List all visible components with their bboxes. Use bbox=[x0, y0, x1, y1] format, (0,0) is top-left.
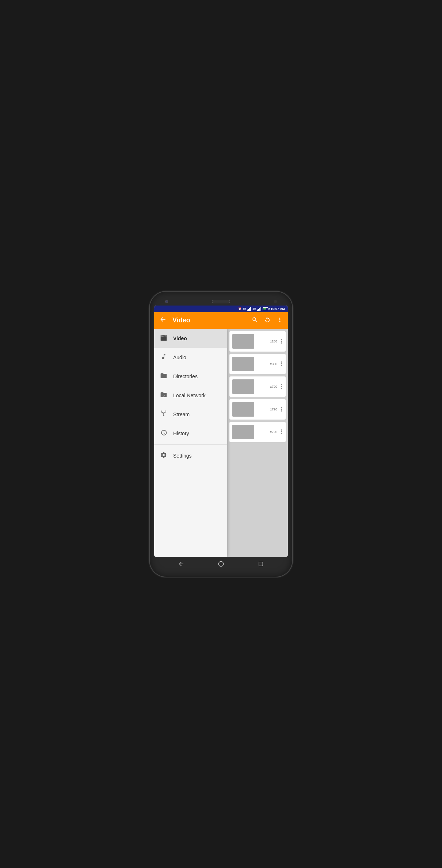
video-size: x720 bbox=[270, 385, 277, 388]
svg-rect-10 bbox=[161, 337, 167, 341]
folder-network-icon bbox=[160, 391, 167, 400]
video-size: x720 bbox=[270, 408, 277, 411]
network-3g-label: 3G bbox=[243, 307, 246, 310]
drawer-item-stream[interactable]: Stream bbox=[154, 405, 227, 424]
status-icons: ⏰ 3G 2G bbox=[238, 307, 285, 311]
alarm-icon: ⏰ bbox=[238, 307, 241, 310]
search-button[interactable] bbox=[251, 315, 259, 326]
signal-bars-1 bbox=[247, 307, 251, 311]
status-bar: ⏰ 3G 2G bbox=[154, 306, 288, 312]
svg-rect-7 bbox=[260, 307, 261, 311]
video-thumbnail bbox=[232, 334, 254, 349]
video-item[interactable]: x288 bbox=[229, 331, 286, 352]
video-item[interactable]: x720 bbox=[229, 399, 286, 420]
video-size: x288 bbox=[270, 340, 277, 343]
video-size: x720 bbox=[270, 430, 277, 434]
network-2g-label: 2G bbox=[252, 307, 256, 310]
drawer-divider bbox=[154, 444, 227, 445]
nav-recent-button[interactable] bbox=[257, 560, 265, 568]
svg-rect-5 bbox=[258, 309, 259, 311]
gear-icon bbox=[160, 451, 167, 460]
svg-rect-4 bbox=[257, 310, 258, 311]
video-thumbnail bbox=[232, 425, 254, 439]
clapperboard-icon bbox=[160, 334, 167, 343]
video-more-button[interactable] bbox=[280, 405, 283, 413]
drawer-item-directories[interactable]: Directories bbox=[154, 367, 227, 386]
toolbar-actions bbox=[251, 315, 284, 326]
drawer-label-settings: Settings bbox=[173, 453, 192, 459]
phone-screen: ⏰ 3G 2G bbox=[154, 306, 288, 557]
svg-rect-6 bbox=[259, 308, 260, 311]
svg-rect-3 bbox=[250, 307, 251, 311]
sensor bbox=[274, 300, 277, 303]
video-thumbnail bbox=[232, 402, 254, 417]
svg-rect-1 bbox=[248, 309, 249, 311]
video-size: x300 bbox=[270, 362, 277, 366]
drawer-label-directories: Directories bbox=[173, 374, 198, 379]
svg-rect-2 bbox=[249, 308, 250, 311]
status-time: 10:07 AM bbox=[271, 307, 285, 311]
phone-nav-bar bbox=[154, 557, 288, 570]
video-item[interactable]: x720 bbox=[229, 422, 286, 442]
svg-rect-17 bbox=[259, 562, 263, 566]
video-thumbnail bbox=[232, 357, 254, 371]
nav-back-button[interactable] bbox=[177, 560, 185, 568]
video-item[interactable]: x720 bbox=[229, 376, 286, 397]
video-more-button[interactable] bbox=[280, 428, 283, 436]
phone-frame: ⏰ 3G 2G bbox=[150, 292, 292, 577]
page-title: Video bbox=[172, 317, 248, 324]
drawer-label-local-network: Local Network bbox=[173, 393, 206, 398]
video-thumbnail bbox=[232, 379, 254, 394]
battery-icon bbox=[263, 307, 270, 310]
navigation-drawer: Video Audio bbox=[154, 329, 227, 557]
drawer-label-history: History bbox=[173, 431, 189, 436]
video-more-button[interactable] bbox=[280, 360, 283, 368]
history-icon bbox=[160, 429, 167, 438]
drawer-item-settings[interactable]: Settings bbox=[154, 446, 227, 465]
drawer-item-history[interactable]: History bbox=[154, 424, 227, 443]
svg-point-16 bbox=[218, 561, 224, 566]
video-more-button[interactable] bbox=[280, 383, 283, 390]
signal-bars-2 bbox=[257, 307, 262, 311]
nav-home-button[interactable] bbox=[217, 560, 225, 568]
toolbar: Video bbox=[154, 312, 288, 329]
back-button[interactable] bbox=[158, 314, 168, 326]
folder-icon bbox=[160, 372, 167, 381]
svg-rect-0 bbox=[247, 310, 248, 311]
more-options-button[interactable] bbox=[275, 315, 284, 326]
video-list: x288 x300 bbox=[227, 329, 288, 444]
drawer-label-audio: Audio bbox=[173, 355, 186, 360]
drawer-item-video[interactable]: Video bbox=[154, 329, 227, 348]
video-item[interactable]: x300 bbox=[229, 354, 286, 374]
drawer-item-local-network[interactable]: Local Network bbox=[154, 386, 227, 405]
front-camera bbox=[165, 300, 168, 303]
phone-top-hardware bbox=[154, 298, 288, 306]
main-content: x288 x300 bbox=[227, 329, 288, 557]
replay-button[interactable] bbox=[263, 315, 272, 326]
drawer-label-video: Video bbox=[173, 336, 187, 341]
drawer-item-audio[interactable]: Audio bbox=[154, 348, 227, 367]
drawer-label-stream: Stream bbox=[173, 412, 190, 417]
screen-content: Video Audio bbox=[154, 329, 288, 557]
stream-icon bbox=[160, 410, 167, 419]
music-note-icon bbox=[160, 353, 167, 361]
speaker bbox=[212, 300, 230, 303]
video-more-button[interactable] bbox=[280, 337, 283, 345]
